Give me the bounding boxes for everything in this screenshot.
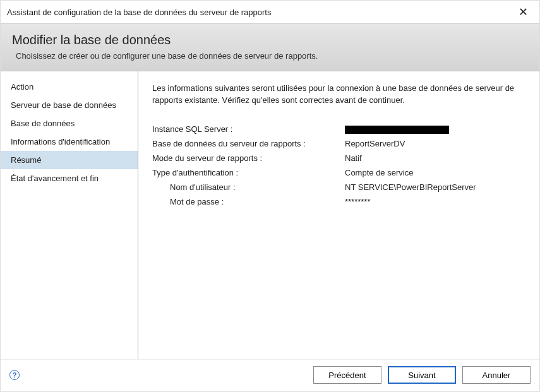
summary-value-password: ******** <box>345 197 525 206</box>
page-title: Modifier la base de données <box>12 33 528 47</box>
sidebar-item-summary[interactable]: Résumé <box>1 151 138 169</box>
titlebar: Assistant de configuration de la base de… <box>1 1 539 23</box>
summary-value-mode: Natif <box>345 153 525 163</box>
help-icon[interactable]: ? <box>9 370 20 380</box>
wizard-window: Assistant de configuration de la base de… <box>0 0 540 392</box>
summary-value-database: ReportServerDV <box>345 139 525 148</box>
summary-value-username: NT SERVICE\PowerBIReportServer <box>345 182 525 192</box>
sidebar-item-db-server[interactable]: Serveur de base de données <box>1 96 138 114</box>
wizard-steps-sidebar: Action Serveur de base de données Base d… <box>1 71 138 359</box>
summary-table: Instance SQL Server : Base de données du… <box>152 124 525 206</box>
sidebar-item-label: Action <box>11 82 33 92</box>
summary-label-auth-type: Type d'authentification : <box>152 168 345 177</box>
body: Action Serveur de base de données Base d… <box>1 71 539 359</box>
summary-label-mode: Mode du serveur de rapports : <box>152 153 345 163</box>
page-subtitle: Choisissez de créer ou de configurer une… <box>12 51 528 61</box>
sidebar-item-label: Informations d'identification <box>11 137 110 146</box>
summary-label-database: Base de données du serveur de rapports : <box>152 139 345 148</box>
sidebar-item-label: État d'avancement et fin <box>11 174 99 183</box>
sidebar-item-label: Base de données <box>11 119 75 128</box>
cancel-button[interactable]: Annuler <box>462 366 531 384</box>
sidebar-item-label: Serveur de base de données <box>11 100 116 110</box>
previous-button[interactable]: Précédent <box>313 366 381 384</box>
redacted-icon <box>345 126 449 134</box>
sidebar-item-database[interactable]: Base de données <box>1 114 138 133</box>
close-icon[interactable]: ✕ <box>513 4 533 20</box>
footer: ? Précédent Suivant Annuler <box>1 359 539 391</box>
header: Modifier la base de données Choisissez d… <box>1 23 539 71</box>
summary-value-auth-type: Compte de service <box>345 168 525 177</box>
sidebar-item-action[interactable]: Action <box>1 78 138 96</box>
intro-text: Les informations suivantes seront utilis… <box>152 83 525 107</box>
sidebar-item-label: Résumé <box>11 155 41 165</box>
sidebar-item-credentials[interactable]: Informations d'identification <box>1 133 138 151</box>
help-glyph: ? <box>13 371 17 379</box>
sidebar-item-progress-finish[interactable]: État d'avancement et fin <box>1 169 138 187</box>
summary-value-sql-instance <box>345 124 525 134</box>
summary-label-sql-instance: Instance SQL Server : <box>152 124 345 134</box>
summary-label-password: Mot de passe : <box>152 197 345 206</box>
main-panel: Les informations suivantes seront utilis… <box>138 71 539 359</box>
window-title: Assistant de configuration de la base de… <box>7 8 271 17</box>
summary-label-username: Nom d'utilisateur : <box>152 182 345 192</box>
next-button[interactable]: Suivant <box>388 366 456 384</box>
